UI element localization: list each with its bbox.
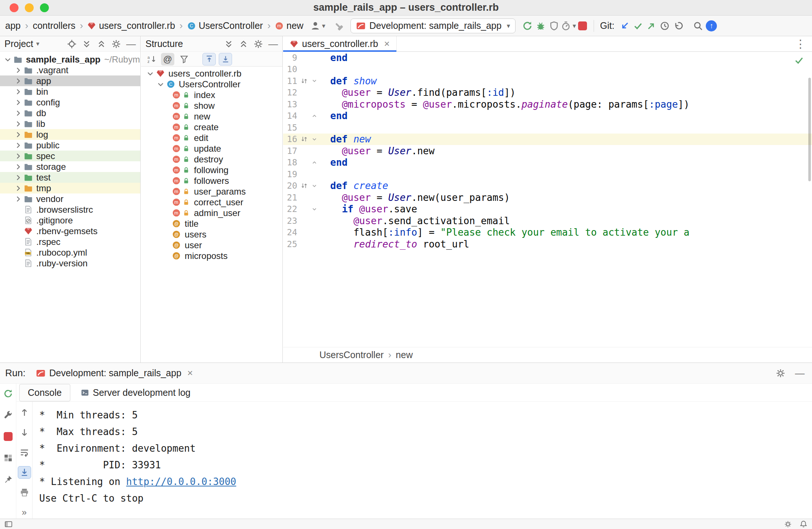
project-item-ruby-version[interactable]: .ruby-version xyxy=(0,258,140,269)
line-number[interactable]: 11 xyxy=(283,76,299,86)
locate-file-icon[interactable] xyxy=(67,39,77,49)
line-number[interactable]: 12 xyxy=(283,88,299,97)
structure-item-class[interactable]: C UsersController xyxy=(141,79,282,90)
code-line-23[interactable]: 23 @user.send_activation_email xyxy=(283,215,812,227)
zoom-window-button[interactable] xyxy=(40,3,49,12)
code-line-9[interactable]: 9 end xyxy=(283,52,812,64)
structure-item-edit[interactable]: medit xyxy=(141,132,282,143)
editor-breadcrumb-item-UsersController[interactable]: UsersController xyxy=(319,350,384,360)
run-config-select[interactable]: Development: sample_rails_app ▾ xyxy=(350,18,516,33)
structure-item-followers[interactable]: mfollowers xyxy=(141,175,282,186)
collapse-all-icon[interactable] xyxy=(239,39,248,49)
code-line-22[interactable]: 22 if @user.save xyxy=(283,203,812,215)
hide-panel-icon[interactable]: — xyxy=(126,39,136,49)
rerun-button[interactable] xyxy=(1,387,15,400)
structure-item-admin_user[interactable]: madmin_user xyxy=(141,208,282,218)
code-line-19[interactable]: 19 xyxy=(283,168,812,180)
run-config-tab[interactable]: Development: sample_rails_app × xyxy=(36,367,193,379)
sort-alphabetically-button[interactable]: az xyxy=(145,53,158,65)
run-tab-console[interactable]: Console xyxy=(19,384,70,401)
line-number[interactable]: 18 xyxy=(283,158,299,167)
code-line-11[interactable]: 11 def show xyxy=(283,75,812,87)
structure-item-create[interactable]: mcreate xyxy=(141,122,282,132)
line-number[interactable]: 17 xyxy=(283,146,299,156)
git-commit-button[interactable] xyxy=(631,18,645,33)
line-number[interactable]: 15 xyxy=(283,123,299,132)
project-item-config[interactable]: config xyxy=(0,97,140,108)
console-link[interactable]: http://0.0.0.0:3000 xyxy=(126,476,236,487)
chevron-down-icon[interactable]: ▾ xyxy=(36,40,40,48)
expand-all-icon[interactable] xyxy=(224,39,234,49)
code-line-24[interactable]: 24 flash[:info] = "Please check your ema… xyxy=(283,227,812,239)
structure-item-user_params[interactable]: muser_params xyxy=(141,186,282,197)
collapse-all-icon[interactable] xyxy=(97,39,106,49)
gear-icon[interactable] xyxy=(776,368,785,378)
breadcrumb-item-controllers[interactable]: controllers xyxy=(33,20,75,31)
code-line-25[interactable]: 25 redirect_to root_url xyxy=(283,238,812,250)
structure-item-file[interactable]: users_controller.rb xyxy=(141,68,282,79)
scroll-to-source-toggle[interactable] xyxy=(219,53,232,65)
structure-item-destroy[interactable]: mdestroy xyxy=(141,154,282,165)
project-item-vendor[interactable]: vendor xyxy=(0,193,140,204)
project-item-rbenv-gemsets[interactable]: .rbenv-gemsets xyxy=(0,226,140,236)
more-actions-button[interactable]: » xyxy=(18,506,31,519)
code-line-18[interactable]: 18 end xyxy=(283,157,812,169)
project-item-app[interactable]: app xyxy=(0,75,140,86)
close-tab-icon[interactable]: × xyxy=(187,367,193,379)
scroll-to-end-button[interactable] xyxy=(18,466,31,479)
show-fields-toggle[interactable]: @ xyxy=(161,53,174,65)
build-button[interactable] xyxy=(332,18,345,33)
line-number[interactable]: 14 xyxy=(283,111,299,121)
structure-item-following[interactable]: mfollowing xyxy=(141,165,282,175)
gear-icon[interactable] xyxy=(111,39,121,49)
structure-panel-title[interactable]: Structure xyxy=(145,38,183,49)
project-root[interactable]: sample_rails_app ~/RubymineProje xyxy=(0,54,140,65)
code-line-21[interactable]: 21 @user = User.new(user_params) xyxy=(283,192,812,203)
project-item-storage[interactable]: storage xyxy=(0,161,140,172)
update-available-button[interactable]: ↑ xyxy=(705,18,718,33)
gear-icon[interactable] xyxy=(254,39,263,49)
project-item-spec[interactable]: spec xyxy=(0,151,140,161)
line-number[interactable]: 24 xyxy=(283,228,299,237)
filter-methods-button[interactable] xyxy=(177,53,191,65)
code-line-10[interactable]: 10 xyxy=(283,64,812,75)
hide-panel-icon[interactable]: — xyxy=(795,368,805,378)
editor-breadcrumb-item-new[interactable]: new xyxy=(396,350,413,360)
search-everywhere-button[interactable] xyxy=(691,18,705,33)
profiler-button[interactable]: ▾ xyxy=(561,18,576,33)
minimize-window-button[interactable] xyxy=(25,3,34,12)
scroll-up-button[interactable] xyxy=(18,406,31,419)
git-rollback-button[interactable] xyxy=(671,18,685,33)
editor-tab-users-controller[interactable]: users_controller.rb × xyxy=(283,36,397,51)
close-tab-icon[interactable]: × xyxy=(384,38,390,50)
code-line-14[interactable]: 14 end xyxy=(283,110,812,122)
project-item-vagrant[interactable]: .vagrant xyxy=(0,65,140,75)
breadcrumb-item-app[interactable]: app xyxy=(5,20,21,31)
restore-layout-button[interactable] xyxy=(1,452,15,464)
close-window-button[interactable] xyxy=(10,3,19,12)
soft-wrap-button[interactable] xyxy=(18,446,31,459)
code-line-16[interactable]: 16 def new xyxy=(283,134,812,145)
structure-item-user[interactable]: @user xyxy=(141,240,282,250)
git-push-button[interactable] xyxy=(645,18,658,33)
settings-sync-icon[interactable] xyxy=(784,520,792,528)
structure-item-show[interactable]: mshow xyxy=(141,100,282,111)
editor-more-options-icon[interactable]: ⋮ xyxy=(795,37,812,50)
structure-item-title[interactable]: @title xyxy=(141,218,282,229)
breadcrumb-item-users_controller.rb[interactable]: users_controller.rb xyxy=(87,20,175,31)
console-output[interactable]: * Min threads: 5* Max threads: 5* Enviro… xyxy=(33,402,812,519)
inspections-ok-icon[interactable] xyxy=(794,55,804,67)
code-line-15[interactable]: 15 xyxy=(283,122,812,134)
project-item-log[interactable]: log xyxy=(0,129,140,140)
structure-item-index[interactable]: mindex xyxy=(141,90,282,100)
project-item-bin[interactable]: bin xyxy=(0,86,140,97)
project-item-test[interactable]: test xyxy=(0,172,140,183)
project-item-tmp[interactable]: tmp xyxy=(0,183,140,193)
code-line-12[interactable]: 12 @user = User.find(params[:id]) xyxy=(283,87,812,99)
code-line-17[interactable]: 17 @user = User.new xyxy=(283,145,812,157)
project-item-rspec[interactable]: .rspec xyxy=(0,236,140,247)
line-number[interactable]: 25 xyxy=(283,239,299,249)
structure-item-update[interactable]: mupdate xyxy=(141,143,282,154)
line-number[interactable]: 9 xyxy=(283,53,299,63)
code-editor[interactable]: 9 end1011 def show12 @user = User.find(p… xyxy=(283,52,812,347)
